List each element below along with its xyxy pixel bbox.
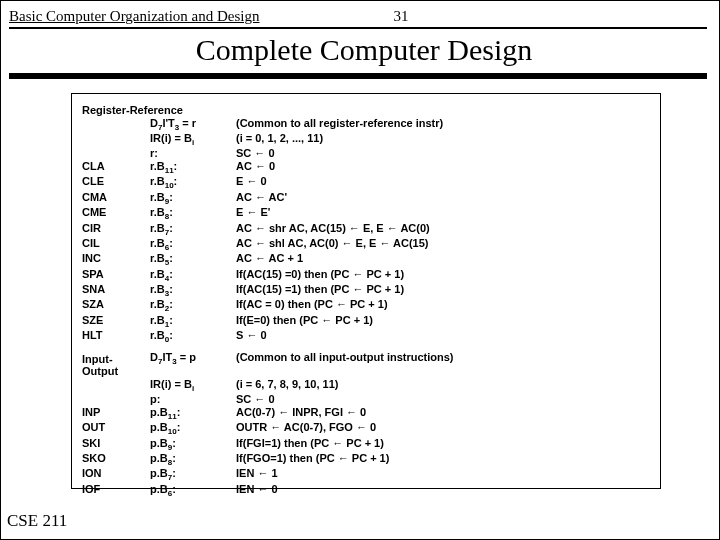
content-box: Register-Reference D7I'T3 = r(Common to … xyxy=(71,93,661,489)
cell: (Common to all input-output instructions… xyxy=(236,351,650,378)
cell: (i = 6, 7, 8, 9, 10, 11) xyxy=(236,378,650,393)
cell: IR(i) = Bi xyxy=(150,132,230,147)
cell: r.B7: xyxy=(150,222,230,237)
cell: AC ← AC' xyxy=(236,191,650,206)
cell: IEN ← 0 xyxy=(236,483,650,498)
cell: If(FGO=1) then (PC ← PC + 1) xyxy=(236,452,650,467)
cell: p.B9: xyxy=(150,437,230,452)
mnemonic: CIL xyxy=(82,237,144,252)
cell: r: xyxy=(150,147,230,160)
cell: IR(i) = Bi xyxy=(150,378,230,393)
cell: p.B6: xyxy=(150,483,230,498)
rule-bottom xyxy=(9,73,707,79)
mnemonic: OUT xyxy=(82,421,144,436)
cell xyxy=(82,147,144,160)
cell: AC ← 0 xyxy=(236,160,650,175)
cell: r.B11: xyxy=(150,160,230,175)
cell: r.B5: xyxy=(150,252,230,267)
cell: (i = 0, 1, 2, ..., 11) xyxy=(236,132,650,147)
cell: r.B3: xyxy=(150,283,230,298)
cell: If(AC(15) =0) then (PC ← PC + 1) xyxy=(236,268,650,283)
cell: If(AC(15) =1) then (PC ← PC + 1) xyxy=(236,283,650,298)
cell: SC ← 0 xyxy=(236,393,650,406)
cell: AC ← AC + 1 xyxy=(236,252,650,267)
cell: AC ← shl AC, AC(0) ← E, E ← AC(15) xyxy=(236,237,650,252)
mnemonic: ION xyxy=(82,467,144,482)
mnemonic: IOF xyxy=(82,483,144,498)
cell: AC ← shr AC, AC(15) ← E, E ← AC(0) xyxy=(236,222,650,237)
cell: E ← 0 xyxy=(236,175,650,190)
mnemonic: SPA xyxy=(82,268,144,283)
page-number: 31 xyxy=(394,8,409,25)
regref-table: D7I'T3 = r(Common to all register-refere… xyxy=(82,117,650,345)
cell xyxy=(82,378,144,393)
section-title-regref: Register-Reference xyxy=(82,104,650,117)
cell: D7IT3 = p xyxy=(150,351,230,378)
cell: E ← E' xyxy=(236,206,650,221)
course-title: Basic Computer Organization and Design xyxy=(9,8,260,25)
mnemonic: HLT xyxy=(82,329,144,344)
cell: D7I'T3 = r xyxy=(150,117,230,132)
mnemonic: SKI xyxy=(82,437,144,452)
cell: S ← 0 xyxy=(236,329,650,344)
cell: IEN ← 1 xyxy=(236,467,650,482)
cell: r.B6: xyxy=(150,237,230,252)
cell: r.B4: xyxy=(150,268,230,283)
cell: p.B10: xyxy=(150,421,230,436)
cell: r.B0: xyxy=(150,329,230,344)
cell: SC ← 0 xyxy=(236,147,650,160)
slide: Basic Computer Organization and Design 3… xyxy=(0,0,720,540)
cell: p.B11: xyxy=(150,406,230,421)
cell xyxy=(82,132,144,147)
mnemonic: INC xyxy=(82,252,144,267)
title-block: Complete Computer Design xyxy=(9,27,719,79)
cell: OUTR ← AC(0-7), FGO ← 0 xyxy=(236,421,650,436)
cell: p: xyxy=(150,393,230,406)
slide-title: Complete Computer Design xyxy=(9,29,719,73)
cell: AC(0-7) ← INPR, FGI ← 0 xyxy=(236,406,650,421)
mnemonic: CLE xyxy=(82,175,144,190)
mnemonic: INP xyxy=(82,406,144,421)
io-table: Input-OutputD7IT3 = p(Common to all inpu… xyxy=(82,351,650,499)
mnemonic: CIR xyxy=(82,222,144,237)
cell: If(E=0) then (PC ← PC + 1) xyxy=(236,314,650,329)
cell: p.B8: xyxy=(150,452,230,467)
cell: If(AC = 0) then (PC ← PC + 1) xyxy=(236,298,650,313)
mnemonic: SNA xyxy=(82,283,144,298)
mnemonic: CMA xyxy=(82,191,144,206)
mnemonic: SKO xyxy=(82,452,144,467)
cell: r.B2: xyxy=(150,298,230,313)
cell: If(FGI=1) then (PC ← PC + 1) xyxy=(236,437,650,452)
mnemonic: CLA xyxy=(82,160,144,175)
cell: r.B10: xyxy=(150,175,230,190)
cell xyxy=(82,393,144,406)
mnemonic: SZE xyxy=(82,314,144,329)
cell: (Common to all register-reference instr) xyxy=(236,117,650,132)
cell: r.B9: xyxy=(150,191,230,206)
cell xyxy=(82,117,144,132)
cell: r.B1: xyxy=(150,314,230,329)
section-title-io: Input-Output xyxy=(82,353,144,378)
cell: p.B7: xyxy=(150,467,230,482)
mnemonic: CME xyxy=(82,206,144,221)
top-line: Basic Computer Organization and Design 3… xyxy=(9,7,719,25)
footer-course-code: CSE 211 xyxy=(7,511,67,531)
cell: r.B8: xyxy=(150,206,230,221)
mnemonic: SZA xyxy=(82,298,144,313)
